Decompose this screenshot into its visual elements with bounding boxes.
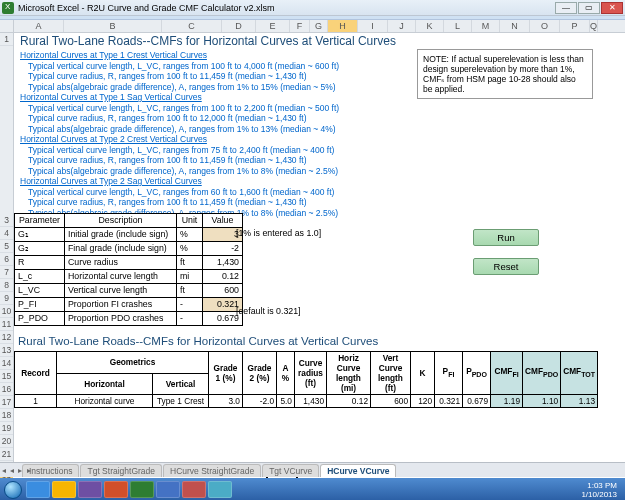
row-header[interactable]: 18 <box>0 409 13 422</box>
reset-button[interactable]: Reset <box>473 258 539 275</box>
parameter-table: ParameterDescriptionUnitValueG₁Initial g… <box>14 213 243 326</box>
window-titlebar: Microsoft Excel - R2U Curve and Grade CM… <box>0 0 625 16</box>
reference-text: Typical abs(algebraic grade difference),… <box>20 124 611 135</box>
row-header[interactable]: 15 <box>0 370 13 383</box>
col-header[interactable]: P <box>560 20 590 32</box>
col-header[interactable]: D <box>222 20 256 32</box>
cell: Final grade (include sign) <box>65 242 177 256</box>
row-headers: 1345678910111213141516171819202122232425… <box>0 33 14 477</box>
cell: Vertical curve length <box>65 284 177 298</box>
column-headers: ABCDEFGHIJKLMNOPQ <box>0 20 625 33</box>
cell: L_c <box>15 270 65 284</box>
reference-text: Typical curve radius, R, ranges from 100… <box>20 113 611 124</box>
results-table: RecordGeometricsGrade 1 (%)Grade 2 (%)A … <box>14 351 598 408</box>
page-title: Rural Two-Lane Roads--CMFs for Horizonta… <box>14 33 611 50</box>
col-header[interactable]: J <box>388 20 416 32</box>
col-header[interactable]: C <box>162 20 222 32</box>
maximize-button[interactable]: ▭ <box>578 2 600 14</box>
row-header[interactable]: 5 <box>0 240 13 253</box>
row-header[interactable]: 8 <box>0 279 13 292</box>
row-header[interactable]: 12 <box>0 331 13 344</box>
close-button[interactable]: ✕ <box>601 2 623 14</box>
col-header[interactable]: L <box>444 20 472 32</box>
run-button[interactable]: Run <box>473 229 539 246</box>
clock-date: 1/10/2013 <box>581 490 617 499</box>
taskbar-icon[interactable] <box>52 481 76 498</box>
cell: 5.0 <box>277 395 295 408</box>
row-header[interactable]: 4 <box>0 227 13 240</box>
col-header[interactable]: B <box>64 20 162 32</box>
start-button[interactable] <box>4 481 22 499</box>
sheet-tab[interactable]: Tgt VCurve <box>262 464 319 477</box>
sheet-tab[interactable]: HCurve StraightGrade <box>163 464 261 477</box>
cell: - <box>177 312 203 326</box>
row-header[interactable]: 14 <box>0 357 13 370</box>
reference-text: Typical abs(algebraic grade difference),… <box>20 166 611 177</box>
col-header[interactable]: H <box>328 20 358 32</box>
cell: -2.0 <box>243 395 277 408</box>
tab-nav-icons[interactable]: ◂ ◂ ▸ ▸ <box>2 466 32 475</box>
row-header[interactable]: 20 <box>0 435 13 448</box>
cell: L_VC <box>15 284 65 298</box>
system-clock: 1:03 PM 1/10/2013 <box>581 481 621 499</box>
value-cell[interactable]: 0.12 <box>203 270 243 284</box>
windows-taskbar: 1:03 PM 1/10/2013 <box>0 478 625 500</box>
col-header[interactable]: Q <box>590 20 598 32</box>
row-header[interactable]: 1 <box>0 33 13 46</box>
link[interactable]: Horizontal Curves at Type 1 Crest Vertic… <box>20 50 207 60</box>
row-header[interactable]: 7 <box>0 266 13 279</box>
sheet-tab[interactable]: Tgt StraightGrade <box>80 464 162 477</box>
taskbar-icon[interactable] <box>26 481 50 498</box>
hint-text: [1% is entered as 1.0] <box>236 228 321 238</box>
cell: % <box>177 228 203 242</box>
taskbar-icon[interactable] <box>78 481 102 498</box>
taskbar-icon[interactable] <box>182 481 206 498</box>
value-cell[interactable]: 1,430 <box>203 256 243 270</box>
cell: 120 <box>411 395 435 408</box>
taskbar-icon[interactable] <box>130 481 154 498</box>
col-header[interactable]: E <box>256 20 290 32</box>
cell: % <box>177 242 203 256</box>
sheet-tab[interactable]: HCurve VCurve <box>320 464 396 477</box>
value-cell[interactable]: 600 <box>203 284 243 298</box>
col-header[interactable]: M <box>472 20 500 32</box>
col-header[interactable]: K <box>416 20 444 32</box>
col-header[interactable]: O <box>530 20 560 32</box>
note-box: NOTE: If actual superelevation is less t… <box>417 49 593 99</box>
cell: 1.13 <box>561 395 598 408</box>
cell: 1.19 <box>491 395 523 408</box>
row-header[interactable]: 13 <box>0 344 13 357</box>
clock-time: 1:03 PM <box>581 481 617 490</box>
row-header[interactable]: 3 <box>0 214 13 227</box>
link[interactable]: Horizontal Curves at Type 2 Sag Vertical… <box>20 176 202 186</box>
minimize-button[interactable]: — <box>555 2 577 14</box>
row-header[interactable]: 17 <box>0 396 13 409</box>
reference-text: Typical vertical curve length, L_VC, ran… <box>20 145 611 156</box>
cell: 1 <box>15 395 57 408</box>
cell: 1,430 <box>295 395 327 408</box>
cell: ft <box>177 284 203 298</box>
link[interactable]: Horizontal Curves at Type 1 Sag Vertical… <box>20 92 202 102</box>
link[interactable]: Horizontal Curves at Type 2 Crest Vertic… <box>20 134 207 144</box>
reference-text: Typical curve radius, R, ranges from 100… <box>20 197 611 208</box>
reference-text: Typical vertical curve length, L_VC, ran… <box>20 103 611 114</box>
cell: 3.0 <box>209 395 243 408</box>
row-header[interactable]: 9 <box>0 292 13 305</box>
row-header[interactable]: 19 <box>0 422 13 435</box>
col-header[interactable]: G <box>310 20 328 32</box>
col-header[interactable]: I <box>358 20 388 32</box>
row-header[interactable]: 21 <box>0 448 13 461</box>
col-header[interactable]: A <box>14 20 64 32</box>
taskbar-icon[interactable] <box>156 481 180 498</box>
col-header[interactable]: F <box>290 20 310 32</box>
taskbar-icon[interactable] <box>208 481 232 498</box>
taskbar-icon[interactable] <box>104 481 128 498</box>
cell: G₁ <box>15 228 65 242</box>
row-header[interactable]: 11 <box>0 318 13 331</box>
row-header[interactable]: 10 <box>0 305 13 318</box>
col-header[interactable]: N <box>500 20 530 32</box>
value-cell[interactable]: -2 <box>203 242 243 256</box>
row-header[interactable]: 6 <box>0 253 13 266</box>
row-header[interactable]: 16 <box>0 383 13 396</box>
section-title: Rural Two-Lane Roads--CMFs for Horizonta… <box>18 335 378 347</box>
